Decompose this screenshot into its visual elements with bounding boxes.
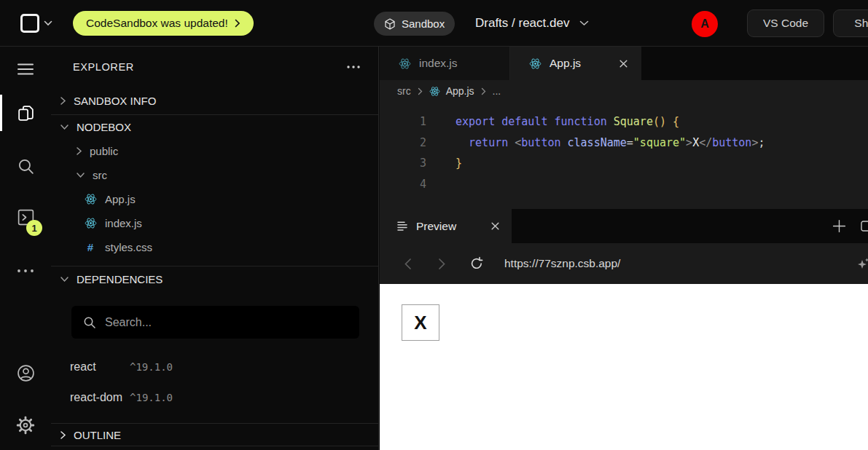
line-number: 1 [380, 111, 426, 133]
file-index-js[interactable]: index.js [51, 211, 378, 235]
explorer-title: EXPLORER [73, 61, 134, 73]
sandbox-badge[interactable]: Sandbox [374, 12, 455, 36]
react-icon [83, 217, 98, 229]
chevron-down-icon [76, 172, 85, 178]
terminal-icon[interactable] [0, 201, 51, 233]
tab-index-js[interactable]: index.js [380, 47, 510, 80]
dependency-row-react-dom[interactable]: react-dom ^19.1.0 [51, 382, 378, 413]
project-breadcrumb-label: Drafts / react.dev [475, 16, 569, 31]
file-package-json[interactable]: {} package.json [51, 259, 378, 266]
breadcrumb[interactable]: src App.js ... [380, 80, 868, 102]
breadcrumb-file: App.js [429, 85, 474, 97]
more-actions-icon[interactable] [0, 255, 51, 287]
code-token: > [686, 136, 692, 149]
explorer-more-icon[interactable] [346, 65, 361, 69]
dependency-row-react[interactable]: react ^19.1.0 [51, 352, 378, 382]
folder-src[interactable]: src [51, 163, 378, 187]
terminal-badge: 1 [26, 220, 42, 236]
avatar-initial: A [700, 17, 709, 31]
update-banner-button[interactable]: CodeSandbox was updated! [73, 11, 254, 36]
section-outline-label: OUTLINE [74, 429, 121, 441]
tab-app-js-label: App.js [550, 57, 581, 70]
back-icon[interactable] [396, 252, 420, 276]
layout-icon[interactable] [861, 221, 868, 232]
preview-url[interactable]: https://77sznp.csb.app/ [504, 257, 620, 270]
code-token: = [627, 136, 633, 149]
react-icon [83, 193, 98, 205]
code-token: X [692, 136, 699, 149]
ai-sparkle-icon[interactable] [857, 258, 868, 270]
explorer-panel: EXPLORER SANDBOX INFO NODEBOX p [51, 47, 379, 450]
breadcrumb-file-label: App.js [446, 85, 474, 97]
code-line: 2 return <button className="square">X</b… [380, 133, 868, 154]
code-line-content: export default function Square() { [426, 111, 679, 133]
file-package-json-label: package.json [105, 265, 169, 266]
chevron-right-icon [481, 87, 486, 95]
vs-code-button[interactable]: VS Code [747, 9, 824, 37]
react-icon [429, 86, 441, 97]
preview-tab-bar: Preview [380, 209, 868, 243]
section-dependencies-label: DEPENDENCIES [77, 273, 163, 285]
json-braces-icon: {} [83, 266, 98, 267]
code-editor[interactable]: 1 export default function Square() { 2 r… [380, 102, 868, 209]
code-line: 3 } [380, 153, 868, 174]
tab-preview-label: Preview [416, 220, 456, 233]
forward-icon[interactable] [430, 252, 454, 276]
tab-preview[interactable]: Preview [380, 209, 512, 243]
folder-public[interactable]: public [51, 139, 378, 163]
code-token: export default function [455, 115, 614, 128]
code-token [561, 136, 568, 149]
codesandbox-window: CodeSandbox was updated! Sandbox Drafts … [0, 0, 868, 450]
code-line: 1 export default function Square() { [380, 111, 868, 133]
close-icon[interactable] [619, 59, 628, 68]
chevron-down-icon[interactable] [44, 20, 52, 26]
explorer-header: EXPLORER [51, 47, 378, 87]
dependency-version: ^19.1.0 [130, 392, 173, 403]
file-styles-css[interactable]: # styles.css [51, 235, 378, 259]
section-nodebox[interactable]: NODEBOX [51, 115, 378, 139]
explorer-files-icon[interactable] [0, 97, 51, 129]
section-dependencies[interactable]: DEPENDENCIES [51, 266, 378, 292]
code-token: button [712, 136, 751, 149]
css-hash-icon: # [83, 241, 98, 253]
update-banner-label: CodeSandbox was updated! [86, 17, 228, 30]
breadcrumb-more: ... [493, 85, 501, 97]
tab-app-js[interactable]: App.js [510, 47, 641, 80]
settings-gear-icon[interactable] [0, 409, 51, 441]
section-outline[interactable]: OUTLINE [51, 423, 378, 446]
avatar[interactable]: A [692, 11, 718, 37]
close-icon[interactable] [490, 221, 500, 231]
top-bar: CodeSandbox was updated! Sandbox Drafts … [0, 0, 868, 47]
refresh-icon[interactable] [464, 252, 488, 276]
search-icon [83, 316, 96, 329]
code-token: className [568, 136, 627, 149]
chevron-down-icon [60, 124, 69, 130]
codesandbox-logo-icon[interactable] [20, 14, 39, 33]
code-token: button [521, 136, 560, 149]
editor-tab-bar: index.js App.js [380, 47, 868, 80]
section-sandbox-info[interactable]: SANDBOX INFO [51, 87, 378, 115]
preview-lines-icon [397, 221, 408, 232]
dependency-search [71, 306, 359, 339]
code-line: 4 [380, 174, 868, 195]
preview-nav-bar: https://77sznp.csb.app/ [380, 243, 868, 284]
code-line-content [426, 174, 455, 195]
editor-preview-column: index.js App.js src App.js [380, 47, 868, 450]
menu-icon[interactable] [0, 53, 51, 85]
file-tree: NODEBOX public src App.js [51, 115, 378, 266]
file-index-js-label: index.js [105, 217, 142, 229]
code-token: Square [614, 115, 653, 128]
dependency-search-input[interactable] [105, 316, 348, 329]
add-preview-icon[interactable] [832, 219, 846, 233]
share-button[interactable]: Share [833, 9, 868, 37]
cube-icon [384, 18, 396, 30]
search-icon[interactable] [0, 150, 51, 182]
dependency-name: react-dom [70, 391, 122, 404]
account-icon[interactable] [0, 357, 51, 389]
file-app-js[interactable]: App.js [51, 187, 378, 211]
square-button[interactable]: X [402, 304, 439, 341]
code-token: "square" [633, 136, 686, 149]
project-breadcrumb[interactable]: Drafts / react.dev [475, 0, 589, 47]
code-token: } [455, 157, 462, 170]
line-number: 3 [380, 153, 426, 174]
